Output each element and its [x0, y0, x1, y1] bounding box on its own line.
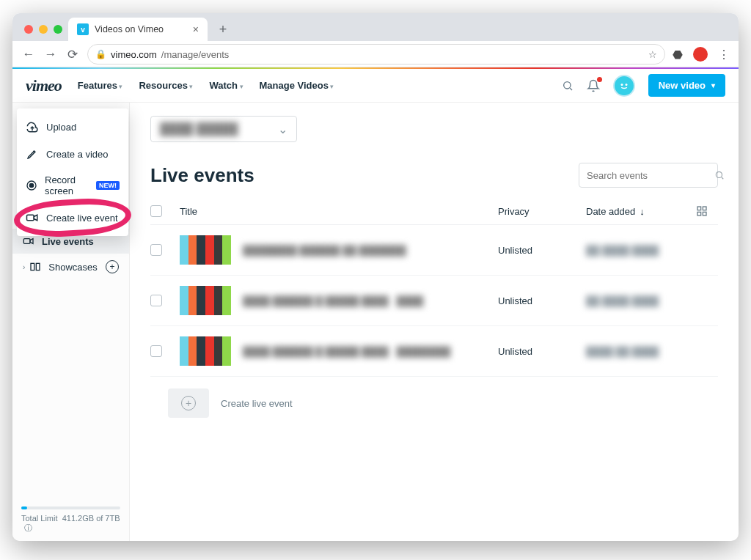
- popover-upload[interactable]: Upload: [17, 113, 128, 141]
- table-row[interactable]: ████ ██████ █ █████ ████ ████████ Unlist…: [150, 326, 718, 377]
- event-thumbnail: [180, 235, 231, 265]
- event-privacy: Unlisted: [498, 295, 586, 306]
- browser-window: v Videos on Vimeo × + ← → ⟳ 🔒 vimeo.com/…: [12, 13, 739, 541]
- column-privacy[interactable]: Privacy: [498, 206, 586, 217]
- nav-resources[interactable]: Resources: [139, 80, 193, 91]
- browser-tab[interactable]: v Videos on Vimeo ×: [68, 18, 208, 41]
- url-path: /manage/events: [161, 49, 230, 60]
- reload-icon[interactable]: ⟳: [65, 47, 80, 62]
- minimize-window-icon[interactable]: [39, 25, 48, 34]
- table-row[interactable]: ████ ██████ █ █████ ████ ████ Unlisted █…: [150, 276, 718, 326]
- svg-point-2: [620, 84, 623, 86]
- svg-rect-9: [37, 263, 40, 270]
- vimeo-logo[interactable]: vimeo: [26, 76, 62, 95]
- storage-label: Total Limit: [21, 514, 58, 523]
- nav-watch[interactable]: Watch: [209, 80, 243, 91]
- notifications-icon[interactable]: [587, 79, 600, 92]
- event-privacy: Unlisted: [498, 245, 586, 256]
- svg-point-0: [563, 81, 570, 88]
- svg-point-5: [29, 183, 33, 187]
- camera-icon: [26, 211, 39, 224]
- camera-icon: [23, 235, 34, 247]
- search-icon: [714, 170, 725, 180]
- plus-icon: +: [181, 396, 196, 410]
- storage-bar: [21, 506, 120, 509]
- lock-icon: 🔒: [95, 49, 106, 59]
- extension-badge-icon[interactable]: [693, 47, 708, 62]
- svg-line-1: [570, 88, 572, 90]
- star-icon[interactable]: ☆: [648, 49, 657, 60]
- close-tab-icon[interactable]: ×: [193, 23, 199, 35]
- primary-nav: Features Resources Watch Manage Videos: [78, 80, 334, 91]
- sort-desc-icon: ↓: [640, 206, 645, 217]
- folder-selector[interactable]: ████ █████ ⌄: [150, 116, 297, 142]
- window-controls[interactable]: [20, 25, 68, 41]
- column-date-label: Date added: [586, 206, 635, 217]
- popover-create-video[interactable]: Create a video: [17, 141, 128, 167]
- url-host: vimeo.com: [111, 49, 157, 60]
- svg-line-11: [722, 177, 724, 180]
- record-icon: [26, 180, 37, 191]
- page-title: Live events: [150, 164, 254, 187]
- new-tab-button[interactable]: +: [213, 20, 232, 39]
- pencil-icon: [26, 148, 39, 160]
- popover-upload-label: Upload: [46, 122, 76, 133]
- new-badge: NEW!: [96, 181, 120, 190]
- svg-rect-6: [27, 215, 34, 221]
- popover-create-live-event[interactable]: Create live event: [17, 204, 128, 232]
- forward-icon[interactable]: →: [43, 47, 58, 62]
- chevron-down-icon: ⌄: [278, 122, 287, 136]
- event-title: ████ ██████ █ █████ ████ ████████: [243, 346, 498, 357]
- browser-menu-icon[interactable]: ⋮: [718, 48, 730, 62]
- row-checkbox[interactable]: [150, 345, 162, 357]
- folder-selector-value: ████ █████: [160, 122, 238, 136]
- select-all-checkbox[interactable]: [150, 205, 162, 217]
- column-title[interactable]: Title: [180, 206, 498, 217]
- vimeo-favicon-icon: v: [77, 23, 89, 35]
- svg-rect-12: [697, 207, 701, 210]
- extension-icon[interactable]: ⬣: [673, 48, 683, 62]
- row-checkbox[interactable]: [150, 244, 162, 256]
- create-live-event-row[interactable]: + Create live event: [150, 377, 718, 430]
- search-icon[interactable]: [562, 80, 574, 92]
- popover-record-screen[interactable]: Record screen NEW!: [17, 167, 128, 204]
- popover-record-label: Record screen: [45, 174, 87, 196]
- event-privacy: Unlisted: [498, 346, 586, 357]
- search-input[interactable]: [587, 170, 710, 181]
- nav-manage-videos[interactable]: Manage Videos: [260, 80, 334, 91]
- table-row[interactable]: ████████ ██████ ██ ███████ Unlisted ██ █…: [150, 225, 718, 276]
- tab-title: Videos on Vimeo: [95, 24, 164, 34]
- add-showcase-button[interactable]: +: [106, 260, 119, 273]
- new-video-button[interactable]: New video: [648, 74, 725, 97]
- notification-dot-icon: [597, 77, 602, 82]
- sidebar-item-label: Live events: [42, 236, 94, 247]
- column-date-added[interactable]: Date added ↓: [586, 206, 696, 217]
- svg-rect-13: [703, 207, 706, 210]
- upload-icon: [26, 120, 39, 133]
- popover-create-live-label: Create live event: [46, 213, 118, 224]
- storage-meter: Total Limit 411.2GB of 7TB ⓘ: [12, 499, 129, 541]
- info-icon[interactable]: ⓘ: [24, 523, 32, 532]
- address-bar-row: ← → ⟳ 🔒 vimeo.com/manage/events ☆ ⬣ ⋮: [12, 41, 739, 67]
- close-window-icon[interactable]: [24, 25, 33, 34]
- view-toggle-grid[interactable]: [696, 205, 718, 217]
- create-popover: Upload Create a video Record screen NEW!…: [17, 108, 128, 236]
- event-thumbnail: [180, 286, 231, 315]
- table-header: Title Privacy Date added ↓: [150, 188, 718, 225]
- app-header: vimeo Features Resources Watch Manage Vi…: [12, 69, 739, 103]
- event-date: ██ ████ ████: [586, 245, 696, 256]
- storage-value: 411.2GB of 7TB: [62, 514, 120, 523]
- nav-features[interactable]: Features: [78, 80, 123, 91]
- search-events[interactable]: [579, 163, 718, 188]
- row-checkbox[interactable]: [150, 295, 162, 306]
- event-title: ████ ██████ █ █████ ████ ████: [243, 295, 498, 306]
- popover-create-video-label: Create a video: [46, 149, 109, 160]
- sidebar-item-showcases[interactable]: › Showcases +: [12, 254, 129, 280]
- maximize-window-icon[interactable]: [54, 25, 62, 34]
- back-icon[interactable]: ←: [21, 47, 36, 62]
- svg-point-3: [625, 84, 627, 86]
- address-bar[interactable]: 🔒 vimeo.com/manage/events ☆: [87, 44, 665, 65]
- create-live-event-button[interactable]: +: [168, 388, 209, 418]
- avatar[interactable]: [613, 75, 635, 97]
- main-content: ████ █████ ⌄ Live events Title Privacy D…: [130, 103, 739, 541]
